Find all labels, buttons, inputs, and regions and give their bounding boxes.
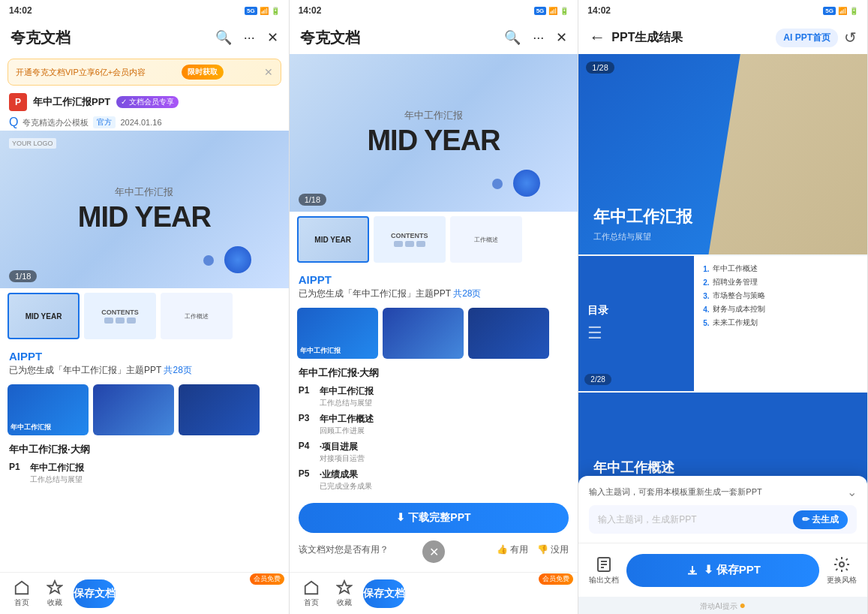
time-1: 14:02 bbox=[9, 5, 32, 16]
slide-subtitle-3: 工作总结与展望 bbox=[593, 231, 852, 242]
file-source-1: 夸克精选办公模板 bbox=[23, 117, 89, 128]
feedback-text-2: 该文档对您是否有用？ bbox=[299, 543, 389, 556]
vip-free-badge-1: 会员免费 bbox=[250, 573, 284, 585]
back-btn-3[interactable]: ← bbox=[589, 28, 605, 47]
collect-btn-2[interactable]: 收藏 bbox=[330, 576, 359, 611]
catalog-item-3-1: 1. 年中工作概述 bbox=[703, 263, 858, 274]
input-overlay-top-3: 输入主题词，可套用本模板重新生成一套新PPT ⌄ bbox=[589, 485, 857, 499]
aippt-desc-1: 已为您生成「年中工作汇报」主题PPT 共28页 bbox=[9, 364, 280, 377]
save-btn-wrap-2: 保存文档 会员免费 bbox=[363, 579, 571, 608]
battery-icon-1: 🔋 bbox=[271, 7, 280, 15]
home-btn-1[interactable]: 首页 bbox=[8, 576, 36, 611]
ppt-gallery-2: 年中工作汇报 bbox=[290, 303, 578, 363]
outline-item-2-4: P5 ·业绩成果已完成业务成果 bbox=[299, 466, 569, 494]
slide-main-bg-2: 年中工作汇报 MID YEAR 1/18 bbox=[290, 54, 578, 212]
thumb-strip-2: MID YEAR CONTENTS 工作概述 bbox=[290, 212, 578, 267]
file-info-row-1: P 年中工作汇报PPT ✓ 文档会员专享 bbox=[0, 90, 289, 114]
catalog-item-3-5: 5. 未来工作规划 bbox=[703, 318, 858, 328]
ai-home-btn-3[interactable]: AI PPT首页 bbox=[776, 29, 838, 47]
outline-title-2: 年中工作汇报·大纲 bbox=[299, 366, 569, 380]
slide-main-title-3: 年中工作汇报 bbox=[593, 206, 852, 228]
save-ppt-btn-3[interactable]: ⬇ 保存PPT bbox=[626, 554, 819, 587]
more-icon-2[interactable]: ··· bbox=[533, 30, 544, 46]
blue-circle-sm-2 bbox=[492, 179, 503, 189]
catalog-title-3: 目录 bbox=[587, 304, 685, 318]
change-style-btn-3[interactable]: 更换风格 bbox=[825, 555, 858, 585]
thumb-1-contents[interactable]: CONTENTS bbox=[84, 293, 156, 339]
close-float-2[interactable]: ✕ bbox=[422, 540, 445, 563]
slide-preview-1: 年中工作汇报 MID YEAR YOUR LOGO 1/18 bbox=[0, 131, 289, 288]
aippt-section-1: AIPPT 已为您生成「年中工作汇报」主题PPT 共28页 bbox=[0, 344, 289, 380]
ppt-thumb-2-2[interactable] bbox=[383, 308, 464, 359]
aippt-desc-2: 已为您生成「年中工作汇报」主题PPT 共28页 bbox=[299, 287, 569, 300]
panel-1: 14:02 5G 📶 🔋 夸克文档 🔍 ··· ✕ 开通夸克文档VIP立享6亿+… bbox=[0, 0, 290, 614]
thumb-2-work[interactable]: 工作概述 bbox=[450, 216, 522, 263]
app-title-1: 夸克文档 bbox=[11, 28, 215, 48]
ppt-thumb-2-3[interactable] bbox=[468, 308, 549, 359]
refresh-icon-3[interactable]: ↺ bbox=[844, 29, 857, 47]
svg-point-4 bbox=[839, 562, 844, 567]
feedback-useful-2[interactable]: 👍 有用 bbox=[497, 543, 528, 556]
ppt-thumb-1-2[interactable] bbox=[93, 384, 174, 435]
vip-free-badge-2: 会员免费 bbox=[539, 573, 573, 585]
edit-doc-btn-3[interactable]: 输出文档 bbox=[587, 555, 620, 585]
result-slide-3-3: 年中工作概述 输入主题词，可套用本模板重新生成一套新PPT ⌄ 输入主题词，生成… bbox=[578, 393, 867, 543]
generate-btn-3[interactable]: ✏ 去生成 bbox=[793, 510, 848, 529]
result-action-bar-3: 输出文档 ⬇ 保存PPT 更换风格 bbox=[578, 543, 867, 597]
catalog-item-3-4: 4. 财务与成本控制 bbox=[703, 304, 858, 315]
status-bar-3: 14:02 5G 📶 🔋 bbox=[578, 0, 867, 21]
thumb-2-mid-year[interactable]: MID YEAR bbox=[297, 216, 369, 263]
thumb-strip-1: MID YEAR CONTENTS 工作概述 bbox=[0, 288, 289, 344]
bottom-toolbar-2: 首页 收藏 保存文档 会员免费 bbox=[290, 572, 578, 614]
save-btn-1[interactable]: 保存文档 bbox=[74, 579, 116, 608]
promo-btn-1[interactable]: 限时获取 bbox=[182, 65, 224, 80]
slide-title-1: 年中工作汇报 bbox=[78, 185, 211, 199]
close-icon-2[interactable]: ✕ bbox=[556, 29, 567, 46]
network-icon-1: 5G bbox=[245, 7, 257, 15]
thumb-2-contents[interactable]: CONTENTS bbox=[374, 216, 446, 263]
save-btn-2[interactable]: 保存文档 bbox=[363, 579, 405, 608]
home-btn-2[interactable]: 首页 bbox=[297, 576, 326, 611]
status-bar-1: 14:02 5G 📶 🔋 bbox=[0, 0, 289, 21]
official-badge-1: 官方 bbox=[93, 116, 116, 128]
panel-2: 14:02 5G 📶 🔋 夸克文档 🔍 ··· ✕ 年中工作汇报 MID YEA… bbox=[290, 0, 579, 614]
collect-btn-1[interactable]: 收藏 bbox=[41, 576, 69, 611]
dropdown-arrow-3[interactable]: ⌄ bbox=[847, 485, 857, 499]
result-slide-3-1: 1/28 年中工作汇报 工作总结与展望 bbox=[578, 54, 867, 254]
time-3: 14:02 bbox=[587, 5, 611, 16]
input-overlay-desc-3: 输入主题词，可套用本模板重新生成一套新PPT bbox=[589, 486, 761, 498]
status-icons-1: 5G 📶 🔋 bbox=[245, 7, 280, 15]
ppt-gallery-1: 年中工作汇报 bbox=[0, 380, 289, 440]
feedback-useless-2[interactable]: 👎 没用 bbox=[537, 543, 569, 556]
slide-logo-1: YOUR LOGO bbox=[9, 138, 56, 149]
ppt-thumb-1-3[interactable] bbox=[179, 384, 260, 435]
wifi-icon-3: 📶 bbox=[838, 7, 847, 15]
more-icon-1[interactable]: ··· bbox=[244, 30, 255, 46]
hint-dot-3: ● bbox=[740, 599, 746, 611]
status-icons-3: 5G 📶 🔋 bbox=[823, 7, 858, 15]
slide-big-text-1: MID YEAR bbox=[78, 202, 211, 233]
download-btn-2[interactable]: ⬇ 下载完整PPT bbox=[299, 503, 569, 533]
bottom-toolbar-1: 首页 收藏 保存文档 会员免费 bbox=[0, 572, 289, 614]
input-field-mock-3[interactable]: 输入主题词，生成新PPT ✏ 去生成 bbox=[589, 505, 857, 534]
ppt-thumb-2-1[interactable]: 年中工作汇报 bbox=[297, 308, 378, 359]
search-icon-2[interactable]: 🔍 bbox=[504, 29, 521, 46]
aippt-section-2: AIPPT 已为您生成「年中工作汇报」主题PPT 共28页 bbox=[290, 267, 578, 303]
catalog-item-3-2: 2. 招聘业务管理 bbox=[703, 277, 858, 287]
search-icon-1[interactable]: 🔍 bbox=[215, 29, 232, 46]
wifi-icon-1: 📶 bbox=[260, 7, 269, 15]
slide-page-badge-1: 1/18 bbox=[9, 270, 37, 282]
slide-page-badge-2: 1/18 bbox=[299, 194, 326, 206]
thumb-1-mid-year[interactable]: MID YEAR bbox=[8, 293, 80, 339]
app-header-3: ← PPT生成结果 AI PPT首页 ↺ bbox=[578, 21, 867, 54]
promo-close-1[interactable]: ✕ bbox=[264, 66, 273, 78]
close-icon-1[interactable]: ✕ bbox=[267, 29, 278, 46]
aippt-label-2: AIPPT bbox=[299, 273, 569, 286]
thumb-1-work[interactable]: 工作概述 bbox=[161, 293, 233, 339]
slide-main-bg-1: 年中工作汇报 MID YEAR YOUR LOGO 1/18 bbox=[0, 131, 289, 288]
ppt-thumb-1-1[interactable]: 年中工作汇报 bbox=[8, 384, 89, 435]
file-sub-row-1: Q 夸克精选办公模板 官方 2024.01.16 bbox=[0, 114, 289, 131]
result-slide-3-2: 目录 ☰ 1. 年中工作概述 2. 招聘业务管理 3. 市场整合与策略 4. bbox=[578, 256, 867, 391]
status-bar-2: 14:02 5G 📶 🔋 bbox=[290, 0, 578, 21]
header-icons-1: 🔍 ··· ✕ bbox=[215, 29, 278, 46]
